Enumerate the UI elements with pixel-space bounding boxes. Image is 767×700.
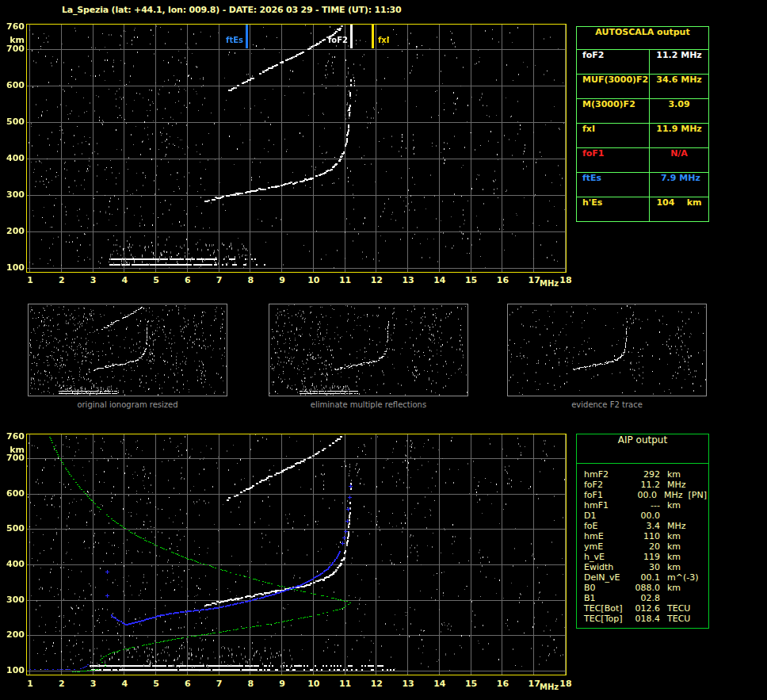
xtick-2-panel1: 2: [53, 679, 71, 689]
aip-unit: m^(-3): [667, 572, 698, 583]
xtick-11-panel1: 11: [337, 679, 354, 689]
aip-unit: TECU: [667, 603, 690, 614]
aip-value: 018.4: [629, 614, 660, 624]
thumbnail-multiples-removed: [269, 304, 468, 396]
xtick-2-panel0: 2: [53, 275, 71, 285]
xtick-13-panel1: 13: [399, 679, 417, 689]
ytick-600-panel1: 600: [0, 488, 25, 499]
xtick-7-panel0: 7: [211, 275, 228, 285]
aip-row-b0: B0088.0km: [584, 583, 707, 593]
xtick-9-panel0: 9: [273, 275, 291, 285]
xtick-7-panel1: 7: [211, 679, 228, 689]
xtick-18-panel0: 18: [557, 275, 574, 285]
autoscala-row-hes: h'Es104 km: [577, 197, 708, 221]
autoscala-row-fof2: foF211.2 MHz: [577, 49, 708, 74]
aip-row-fof1: foF100.0MHz[PN]: [584, 490, 707, 500]
autoscala-param-value: 104 km: [650, 197, 708, 221]
autoscala-param-label: fxI: [577, 124, 650, 147]
ytick-500-panel0: 500: [0, 117, 25, 127]
xtick-14-panel0: 14: [431, 275, 448, 285]
autoscala-param-label: M(3000)F2: [577, 99, 650, 123]
ytick-760-panel1: 760: [0, 431, 25, 442]
xtick-13-panel0: 13: [399, 275, 417, 285]
xtick-5-panel1: 5: [147, 679, 165, 689]
aip-name: TEC[Bot]: [584, 603, 629, 614]
autoscala-param-label: h'Es: [577, 197, 650, 221]
ytick-500-panel1: 500: [0, 523, 25, 534]
aip-row-hve: h_vE119km: [584, 552, 707, 562]
aip-extra: [PN]: [689, 490, 707, 500]
aip-row-yme: ymE20km: [584, 541, 707, 552]
aip-table-header: AIP output: [577, 434, 708, 464]
autoscala-table-rows: foF211.2 MHzMUF(3000)F234.6 MHzM(3000)F2…: [577, 49, 708, 221]
autoscala-table-header: AUTOSCALA output: [577, 27, 708, 49]
autoscala-param-value: N/A: [650, 148, 708, 172]
xtick-4-panel1: 4: [116, 679, 133, 689]
aip-name: hmE: [584, 531, 629, 541]
autoscaled-ionogram-plot: [26, 24, 567, 273]
aip-value: 00.0: [628, 490, 657, 500]
ytick-300-panel0: 300: [0, 189, 25, 200]
aip-value: 119: [629, 552, 660, 562]
aip-row-hmf2: hmF2292km: [584, 469, 707, 480]
autoscala-row-fof1: foF1N/A: [577, 147, 708, 172]
autoscala-ionogram-screen: La_Spezia (lat: +44.1, lon: 009.8) - DAT…: [0, 0, 767, 700]
aip-unit: MHz: [664, 490, 683, 500]
aip-unit: km: [667, 500, 681, 511]
aip-output-table: AIP output hmF2292kmfoF211.2MHzfoF100.0M…: [576, 434, 709, 629]
xtick-8-panel1: 8: [242, 679, 259, 689]
aip-value: 110: [629, 531, 660, 541]
xaxis-unit-mhz-panel1: MHz: [540, 683, 559, 691]
fof2-marker-line: [350, 25, 353, 48]
aip-unit: km: [667, 562, 681, 572]
autoscala-param-value: 11.9 MHz: [650, 124, 708, 147]
aip-row-tecbot: TEC[Bot]012.6TECU: [584, 603, 707, 614]
xtick-1-panel1: 1: [21, 679, 39, 689]
aip-row-b1: B102.8: [584, 593, 707, 603]
ftes-marker-label: ftEs: [223, 36, 243, 44]
thumbnail-caption-multiples: eliminate multiple reflections: [269, 400, 468, 409]
xtick-9-panel1: 9: [273, 679, 291, 689]
aip-row-fof2: foF211.2MHz: [584, 480, 707, 490]
ftes-marker-line: [246, 25, 248, 48]
ytick-400-panel0: 400: [0, 153, 25, 163]
xtick-8-panel0: 8: [242, 275, 259, 285]
aip-name: D1: [584, 511, 629, 521]
xtick-16-panel0: 16: [494, 275, 511, 285]
autoscala-param-label: foF1: [577, 148, 650, 172]
autoscala-row-fxi: fxI11.9 MHz: [577, 123, 708, 147]
aip-value: 20: [629, 541, 660, 552]
xtick-5-panel0: 5: [147, 275, 165, 285]
aip-value: 02.8: [629, 593, 660, 603]
aip-name: foE: [584, 521, 629, 531]
xtick-12-panel0: 12: [368, 275, 385, 285]
xtick-18-panel1: 18: [557, 679, 574, 689]
thumbnail-caption-evidence: evidence F2 trace: [507, 400, 707, 409]
aip-name: foF2: [584, 480, 629, 490]
aip-value: 088.0: [629, 583, 660, 593]
thumbnail-f2-trace-evidence: [507, 304, 707, 396]
ytick-400-panel1: 400: [0, 559, 25, 569]
xtick-16-panel1: 16: [494, 679, 511, 689]
aip-value: 30: [629, 562, 660, 572]
aip-row-ewidth: Ewidth30km: [584, 562, 707, 572]
ytick-600-panel0: 600: [0, 80, 25, 90]
xtick-15-panel0: 15: [463, 275, 480, 285]
ytick-100-panel1: 100: [0, 665, 25, 675]
fxi-marker-label: fxI: [378, 36, 390, 44]
autoscala-param-value: 11.2 MHz: [650, 50, 708, 74]
aip-table-rows: hmF2292kmfoF211.2MHzfoF100.0MHz[PN]hmF1-…: [577, 464, 708, 628]
aip-unit: km: [667, 531, 681, 541]
autoscala-param-value: 3.09: [650, 99, 708, 123]
ytick-200-panel0: 200: [0, 226, 25, 236]
aip-value: 00.1: [629, 572, 660, 583]
aip-name: Ewidth: [584, 562, 629, 572]
ytick-200-panel1: 200: [0, 629, 25, 640]
aip-unit: TECU: [667, 614, 690, 624]
aip-value: 012.6: [629, 603, 660, 614]
aip-row-delnve: DelN_vE00.1m^(-3): [584, 572, 707, 583]
xaxis-unit-mhz-panel0: MHz: [540, 279, 559, 288]
autoscala-output-table: AUTOSCALA output foF211.2 MHzMUF(3000)F2…: [576, 26, 709, 222]
aip-row-tectop: TEC[Top]018.4TECU: [584, 614, 707, 624]
xtick-12-panel1: 12: [368, 679, 385, 689]
